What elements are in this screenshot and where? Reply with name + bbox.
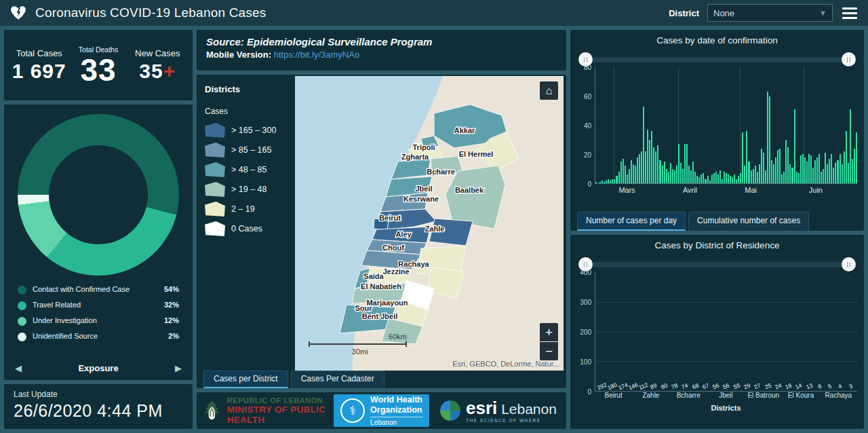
x-tick: Juin <box>809 186 823 194</box>
menu-icon[interactable] <box>841 6 859 20</box>
slider-track[interactable] <box>583 57 852 62</box>
tab-cases-per-day[interactable]: Number of cases per day <box>577 212 686 231</box>
bar <box>757 172 758 183</box>
bar <box>680 163 682 183</box>
map-class-row: > 165 – 300 <box>205 123 287 138</box>
bar <box>844 151 845 183</box>
bar <box>606 181 607 183</box>
bar <box>627 174 628 183</box>
district-label: Marjaayoun <box>366 299 408 307</box>
legend-item[interactable]: Contact with Confirmed Case 54% <box>18 285 179 295</box>
bar <box>666 169 667 183</box>
lebanon-map[interactable]: AkkarTripoliZghartaEl HermelBcharreJbeil… <box>295 76 564 371</box>
bar <box>755 166 756 183</box>
bar <box>604 182 605 183</box>
tab-cases-per-cadaster[interactable]: Cases Per Cadaster <box>291 371 384 388</box>
district-label: Jbeil <box>415 185 432 193</box>
bar <box>629 169 630 183</box>
y-tick: 100 <box>580 358 591 366</box>
ts-x-axis: MarsAvrilMaiJuin <box>595 184 857 196</box>
home-icon[interactable]: ⌂ <box>540 81 558 100</box>
bar <box>703 173 704 183</box>
who-logo: ⚕ World Health Organization Lebanon <box>334 394 429 427</box>
dc-plot[interactable]: 292 180 174 146 112 89 80 78 74 68 67 56… <box>595 272 857 392</box>
bar <box>601 181 603 183</box>
legend-dot <box>18 301 26 310</box>
district-dropdown[interactable]: None ▼ <box>707 4 833 22</box>
zoom-in-icon[interactable]: + <box>540 323 558 341</box>
scale-mi: 30mi <box>352 347 368 356</box>
legend-label: Travel Related <box>33 301 164 310</box>
bar <box>631 160 632 183</box>
cases-by-date-panel: Cases by date of confirmation 806040200 … <box>570 30 864 231</box>
bar <box>728 174 729 183</box>
bar <box>639 154 640 183</box>
zoom-out-icon[interactable]: − <box>540 342 558 360</box>
bar <box>765 170 766 183</box>
arrow-left-icon[interactable]: ◀ <box>15 363 22 373</box>
bar <box>692 162 694 183</box>
x-tick: Bcharre <box>670 392 707 402</box>
map-class-swatch <box>205 162 225 177</box>
bar <box>610 181 611 183</box>
bar <box>777 150 778 183</box>
slider-handle-right[interactable] <box>842 52 856 67</box>
map-class-swatch <box>205 143 225 157</box>
x-tick: Rachaya <box>820 392 857 402</box>
bar <box>744 166 745 183</box>
bar <box>595 182 597 183</box>
bar <box>696 176 698 183</box>
slider-handle-right[interactable] <box>842 257 856 271</box>
esri-logo: esri Lebanon THE SCIENCE OF WHERE <box>436 399 561 423</box>
moph-line2: MINISTRY OF PUBLIC HEALTH <box>227 404 327 425</box>
tab-cases-per-district[interactable]: Cases per District <box>203 371 288 388</box>
bar <box>690 170 692 183</box>
legend-item[interactable]: Under Investigation 12% <box>18 316 179 326</box>
bar <box>842 164 843 183</box>
district-label: Zgharta <box>401 153 429 161</box>
y-tick: 60 <box>584 93 591 100</box>
bar <box>678 144 679 183</box>
bar <box>732 177 733 183</box>
map-class-swatch <box>205 221 225 236</box>
legend-item[interactable]: Unidentified Source 2% <box>18 332 179 341</box>
bar <box>848 163 849 183</box>
partner-logos-panel: REPUBLIC OF LEBANON MINISTRY OF PUBLIC H… <box>197 392 566 429</box>
bar <box>662 166 663 183</box>
map-legend-title: Districts <box>205 84 287 94</box>
slider-track[interactable] <box>583 262 852 267</box>
plus-icon: + <box>163 60 176 82</box>
bar <box>825 153 826 183</box>
new-cases-value: 35+ <box>139 60 176 83</box>
bar <box>620 162 622 183</box>
bar <box>707 176 709 183</box>
exposure-donut-chart[interactable] <box>18 114 179 276</box>
ts-plot[interactable] <box>595 67 857 184</box>
scale-km: 60km <box>389 333 407 341</box>
esri-wordmark: esri <box>466 398 497 418</box>
bar <box>659 160 660 183</box>
bar <box>823 169 824 183</box>
bar <box>668 172 669 183</box>
last-update-value: 26/6/2020 4:44 PM <box>14 401 183 421</box>
bar <box>827 164 828 183</box>
bar <box>711 174 713 183</box>
mobile-version-link[interactable]: https://bit.ly/3amyNAo <box>274 50 359 60</box>
bar <box>854 149 855 183</box>
y-tick: 0 <box>587 388 591 396</box>
total-cases-stat: Total Cases 1 697 <box>9 37 68 94</box>
arrow-right-icon[interactable]: ▶ <box>175 363 182 373</box>
moph-line1: REPUBLIC OF LEBANON <box>227 396 327 404</box>
bar <box>719 170 721 183</box>
bar <box>645 151 646 183</box>
exposure-pager: ◀ Exposure ▶ <box>14 362 183 376</box>
bar <box>647 130 648 183</box>
ts-tabs: Number of cases per day Cumulative numbe… <box>577 212 809 231</box>
legend-label: Under Investigation <box>33 316 164 326</box>
cases-by-date-title: Cases by date of confirmation <box>577 35 857 45</box>
legend-percent: 2% <box>168 332 179 340</box>
legend-item[interactable]: Travel Related 32% <box>18 301 179 310</box>
y-tick: 20 <box>584 151 591 159</box>
tab-cumulative-cases[interactable]: Cumulative number of cases <box>688 212 809 231</box>
map-class-row: 2 – 19 <box>205 202 287 216</box>
